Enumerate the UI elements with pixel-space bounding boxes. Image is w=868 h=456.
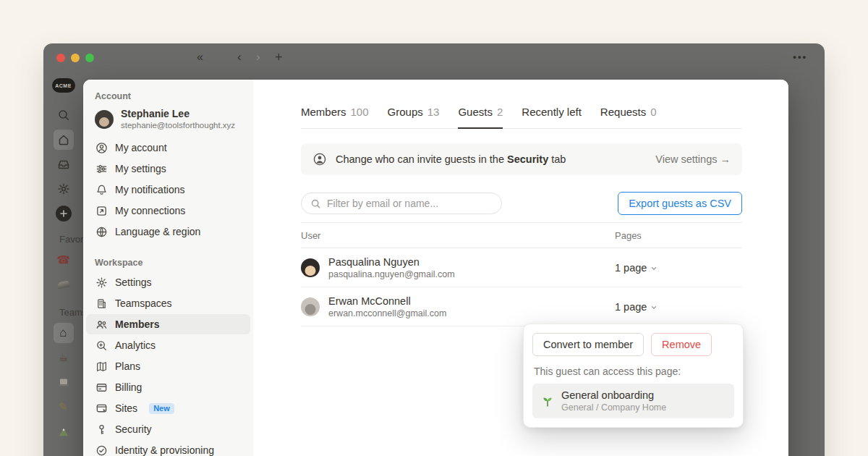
workspace-section-label: Workspace [83, 253, 253, 271]
guests-table: User Pages Pasqualina Nguyen pasqualina.… [301, 222, 742, 326]
tab-members[interactable]: Members 100 [301, 106, 369, 129]
guest-name: Pasqualina Nguyen [328, 256, 455, 269]
sidebar-item-plans[interactable]: Plans [86, 356, 250, 376]
tab-count: 13 [427, 106, 440, 118]
popover-caption: This guest can access this page: [534, 366, 733, 377]
members-tabs: Members 100 Groups 13 Guests 2 Recently … [301, 106, 742, 129]
banner-text: Change who can invite guests in the Secu… [336, 153, 566, 165]
sidebar-item-label: Teamspaces [115, 297, 172, 309]
circle-check-icon [95, 444, 108, 456]
column-header-pages: Pages [615, 230, 742, 241]
account-user-row[interactable]: Stephanie Lee stephanie@toolsforthought.… [83, 105, 253, 137]
accessible-page-item[interactable]: General onboarding General / Company Hom… [532, 384, 734, 418]
account-user-name: Stephanie Lee [121, 108, 235, 120]
favorite-sneaker-icon[interactable] [54, 274, 74, 295]
sidebar-item-settings[interactable]: Settings [86, 272, 250, 292]
browser-icon [95, 402, 108, 415]
tab-requests[interactable]: Requests 0 [600, 106, 657, 129]
workspace-logo[interactable]: ACME [52, 78, 75, 93]
tab-label: Recently left [522, 106, 582, 118]
sidebar-item-my-connections[interactable]: My connections [86, 200, 250, 221]
minimize-button[interactable] [71, 54, 80, 62]
close-button[interactable] [56, 54, 65, 62]
sidebar-item-label: My connections [115, 205, 185, 216]
sidebar-item-language-region[interactable]: Language & region [86, 221, 250, 242]
building-icon [95, 297, 108, 310]
account-user-email: stephanie@toolsforthought.xyz [121, 120, 235, 131]
sidebar-item-analytics[interactable]: Analytics [86, 335, 250, 355]
sidebar-item-label: Language & region [115, 226, 200, 237]
tab-label: Members [301, 106, 346, 118]
new-page-icon[interactable] [56, 206, 72, 221]
remove-guest-button[interactable]: Remove [651, 333, 712, 356]
person-circle-icon [95, 142, 108, 154]
tab-recently-left[interactable]: Recently left [522, 106, 582, 129]
sidebar-item-members[interactable]: Members [86, 314, 250, 334]
gear-icon [95, 276, 108, 289]
sidebar-item-label: Sites [115, 402, 137, 414]
chevron-down-icon [650, 304, 658, 311]
teamspace-coffee-icon[interactable]: ☕ [54, 347, 74, 368]
guest-actions-popover: Convert to member Remove This guest can … [523, 324, 744, 428]
sidebar-item-teamspaces[interactable]: Teamspaces [86, 293, 250, 313]
settings-modal: Account Stephanie Lee stephanie@toolsfor… [83, 80, 788, 456]
sidebar-item-label: Identity & provisioning [115, 444, 214, 456]
filter-search-field[interactable] [301, 193, 502, 214]
tab-label: Guests [458, 106, 493, 118]
sidebar-item-label: My account [115, 142, 167, 153]
more-menu-icon[interactable]: ••• [793, 49, 807, 65]
pages-count: 1 page [615, 301, 647, 313]
inbox-icon[interactable] [54, 154, 74, 174]
seedling-icon [541, 394, 554, 408]
collapse-sidebar-icon[interactable]: « [197, 49, 202, 65]
search-icon[interactable] [54, 105, 74, 125]
tab-groups[interactable]: Groups 13 [388, 106, 440, 129]
sidebar-item-my-notifications[interactable]: My notifications [86, 180, 250, 200]
guests-table-header: User Pages [301, 222, 742, 248]
tab-count: 100 [351, 106, 369, 118]
convert-to-member-button[interactable]: Convert to member [532, 333, 644, 356]
arrow-up-right-icon [95, 205, 108, 217]
sidebar-item-label: Analytics [115, 339, 156, 351]
teamspace-mountain-icon[interactable] [54, 421, 74, 442]
filter-search-input[interactable] [327, 198, 493, 209]
home-icon[interactable] [54, 130, 74, 150]
zoom-button[interactable] [85, 54, 94, 62]
avatar [95, 110, 114, 129]
arrow-right-icon: → [720, 153, 731, 165]
person-circle-icon [312, 152, 327, 166]
sidebar-item-identity-provisioning[interactable]: Identity & provisioning [86, 440, 250, 456]
sidebar-item-label: Plans [115, 360, 140, 372]
export-guests-csv-button[interactable]: Export guests as CSV [618, 192, 742, 215]
sidebar-item-label: Settings [115, 276, 152, 288]
members-settings-panel: Members 100 Groups 13 Guests 2 Recently … [253, 80, 788, 456]
settings-gear-icon[interactable] [54, 179, 74, 199]
sidebar-item-security[interactable]: Security [86, 419, 250, 439]
teamspace-laptop-icon[interactable] [54, 372, 74, 392]
sidebar-item-my-account[interactable]: My account [86, 138, 250, 158]
back-icon[interactable]: ‹ [237, 49, 242, 65]
view-settings-link[interactable]: View settings → [655, 153, 731, 165]
key-icon [95, 423, 108, 436]
pages-dropdown[interactable]: 1 page [615, 301, 742, 313]
page-title: General onboarding [561, 389, 666, 402]
tab-label: Requests [600, 106, 646, 118]
guest-name: Erwan McConnell [328, 295, 446, 308]
credit-card-icon [95, 381, 108, 394]
sidebar-item-billing[interactable]: Billing [86, 377, 250, 397]
teamspace-house-icon[interactable]: ⌂ [54, 323, 74, 343]
pages-count: 1 page [615, 262, 647, 274]
new-tab-icon[interactable]: + [275, 49, 283, 65]
tab-guests[interactable]: Guests 2 [458, 106, 503, 129]
tab-label: Groups [388, 106, 423, 118]
app-sidebar-rail: ACME Favorites ☎ Teamspaces ⌂ ☕ ✎ [43, 72, 83, 456]
teamspace-pencil-icon[interactable]: ✎ [54, 397, 74, 417]
forward-icon[interactable]: › [256, 49, 260, 65]
guest-controls: Export guests as CSV [301, 192, 742, 215]
sidebar-item-label: Members [115, 318, 159, 330]
pages-dropdown[interactable]: 1 page [615, 262, 742, 274]
titlebar: « ‹ › + ••• [43, 43, 825, 72]
favorite-telephone-icon[interactable]: ☎ [54, 250, 74, 270]
sidebar-item-my-settings[interactable]: My settings [86, 159, 250, 179]
sidebar-item-sites[interactable]: Sites New [86, 398, 250, 418]
